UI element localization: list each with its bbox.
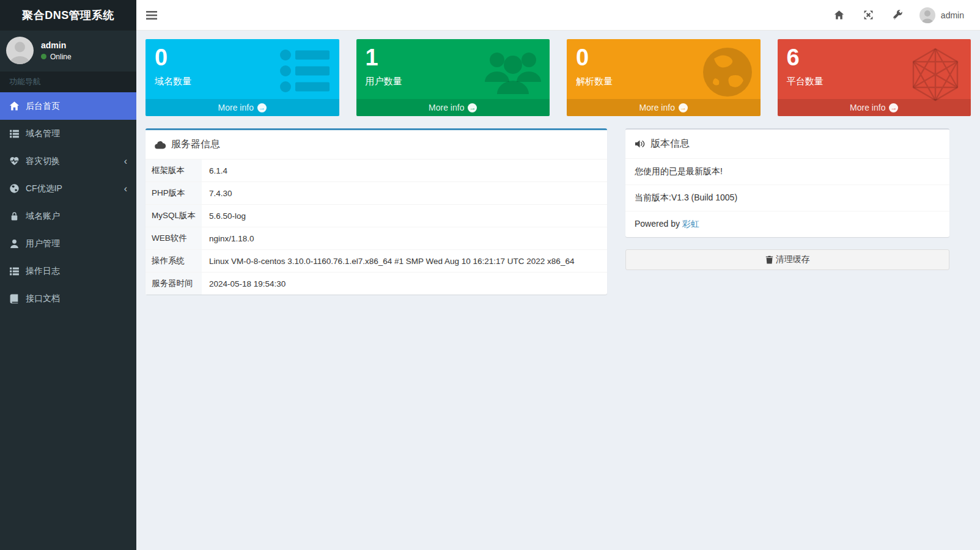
stat-label: 域名数量 — [155, 76, 333, 87]
user-menu[interactable]: admin — [917, 7, 967, 23]
more-info-link[interactable]: More info → — [567, 99, 761, 116]
stat-value: 1 — [366, 44, 544, 72]
server-info-table: 框架版本6.1.4 PHP版本7.4.30 MySQL版本5.6.50-log … — [146, 159, 607, 295]
stat-box-users: 1 用户数量 More info → — [356, 39, 550, 116]
more-info-link[interactable]: More info → — [356, 99, 550, 116]
book-icon — [9, 293, 20, 304]
navbar-username: admin — [941, 10, 964, 20]
more-info-link[interactable]: More info → — [146, 99, 339, 116]
top-navbar: admin — [136, 0, 980, 31]
lock-icon — [9, 211, 20, 221]
powered-by: Powered by 彩虹 — [625, 211, 949, 237]
stat-value: 0 — [155, 44, 333, 72]
wrench-icon[interactable] — [888, 0, 908, 31]
home-icon[interactable] — [829, 0, 850, 31]
sidebar-toggle-button[interactable] — [136, 0, 167, 31]
user-status-label: Online — [50, 53, 72, 61]
globe-icon — [9, 183, 20, 194]
table-row: MySQL版本5.6.50-log — [146, 205, 607, 227]
table-row: PHP版本7.4.30 — [146, 182, 607, 205]
sidebar-item-dashboard[interactable]: 后台首页 — [0, 92, 136, 120]
fullscreen-icon[interactable] — [858, 0, 879, 31]
sidebar-section-header: 功能导航 — [0, 72, 136, 92]
chevron-left-icon: ‹ — [124, 184, 127, 194]
table-row: 服务器时间2024-05-18 19:54:30 — [146, 273, 607, 295]
sidebar-item-cf-ip[interactable]: CF优选IP ‹ — [0, 175, 136, 202]
arrow-circle-right-icon: → — [468, 103, 477, 112]
arrow-circle-right-icon: → — [257, 103, 267, 112]
stat-value: 0 — [576, 44, 754, 72]
user-name: admin — [41, 40, 72, 50]
sidebar-menu: 后台首页 域名管理 容灾切换 ‹ CF优选IP ‹ 域名账户 — [0, 92, 136, 312]
heartbeat-icon — [9, 156, 20, 166]
stat-label: 用户数量 — [366, 76, 544, 87]
stat-box-domains: 0 域名数量 More info → — [146, 39, 339, 116]
home-icon — [9, 101, 20, 111]
table-row: WEB软件nginx/1.18.0 — [146, 227, 607, 250]
server-info-panel: 服务器信息 框架版本6.1.4 PHP版本7.4.30 MySQL版本5.6.5… — [146, 128, 607, 295]
stat-value: 6 — [787, 44, 965, 72]
sidebar-item-domains[interactable]: 域名管理 — [0, 120, 136, 147]
sidebar-item-api-docs[interactable]: 接口文档 — [0, 285, 136, 312]
stat-boxes-row: 0 域名数量 More info → 1 用户数量 More info → — [146, 39, 971, 116]
cloud-icon — [155, 141, 166, 149]
arrow-circle-right-icon: → — [889, 103, 898, 112]
log-list-icon — [9, 266, 20, 276]
user-avatar — [919, 7, 935, 23]
user-avatar — [6, 37, 34, 64]
chevron-left-icon: ‹ — [124, 156, 127, 166]
user-icon — [9, 238, 20, 249]
list-icon — [9, 128, 20, 139]
more-info-link[interactable]: More info → — [778, 99, 971, 116]
table-row: 操作系统Linux VM-0-8-centos 3.10.0-1160.76.1… — [146, 250, 607, 273]
right-column: 版本信息 您使用的已是最新版本! 当前版本:V1.3 (Build 1005) … — [625, 128, 949, 270]
panel-title: 服务器信息 — [171, 138, 220, 151]
stat-label: 平台数量 — [787, 76, 965, 87]
stat-box-records: 0 解析数量 More info → — [567, 39, 761, 116]
version-info-panel: 版本信息 您使用的已是最新版本! 当前版本:V1.3 (Build 1005) … — [625, 128, 949, 237]
sidebar-item-failover[interactable]: 容灾切换 ‹ — [0, 147, 136, 175]
clear-cache-button[interactable]: 清理缓存 — [625, 249, 949, 270]
version-latest-message: 您使用的已是最新版本! — [625, 158, 949, 185]
sidebar-item-users[interactable]: 用户管理 — [0, 230, 136, 257]
app-logo[interactable]: 聚合DNS管理系统 — [0, 0, 136, 31]
panel-title: 版本信息 — [650, 138, 690, 150]
sidebar-item-domain-accounts[interactable]: 域名账户 — [0, 202, 136, 230]
powered-by-link[interactable]: 彩虹 — [682, 219, 699, 229]
volume-icon — [635, 139, 645, 148]
sidebar-item-logs[interactable]: 操作日志 — [0, 257, 136, 285]
table-row: 框架版本6.1.4 — [146, 160, 607, 182]
main-content: 0 域名数量 More info → 1 用户数量 More info → — [136, 31, 980, 303]
arrow-circle-right-icon: → — [679, 103, 688, 112]
stat-label: 解析数量 — [576, 76, 754, 87]
online-status-icon — [41, 54, 46, 59]
stat-box-platforms: 6 平台数量 More info → — [778, 39, 971, 116]
sidebar-user-panel: admin Online — [0, 31, 136, 72]
trash-icon — [765, 255, 773, 264]
sidebar: 聚合DNS管理系统 admin Online 功能导航 后台首页 域名管理 — [0, 0, 136, 550]
version-current: 当前版本:V1.3 (Build 1005) — [625, 185, 949, 211]
